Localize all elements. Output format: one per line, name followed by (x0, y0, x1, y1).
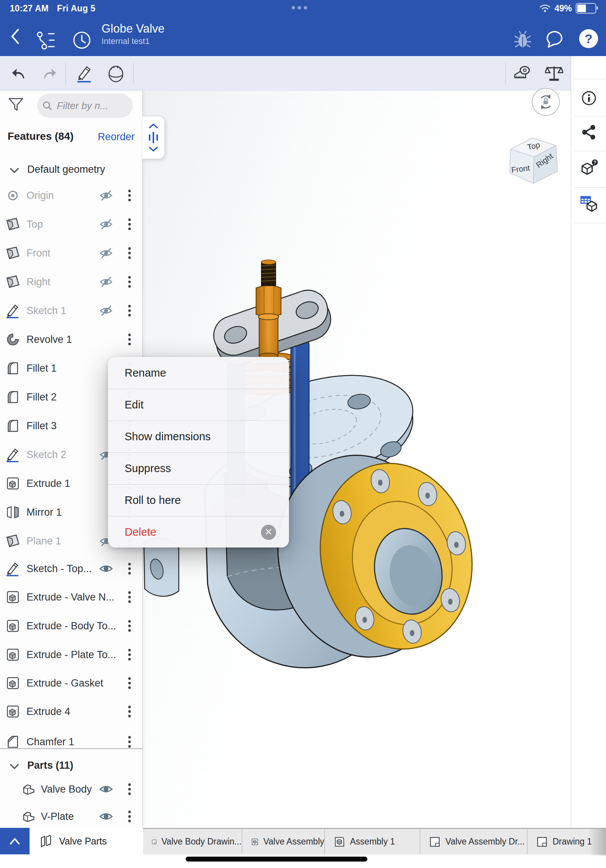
undo-button[interactable] (8, 63, 29, 83)
search-icon (42, 101, 52, 111)
visibility-toggle-hidden-icon[interactable] (98, 246, 115, 260)
reorder-button[interactable]: Reorder (98, 131, 135, 143)
feature-menu-kebab-icon[interactable] (123, 275, 136, 289)
comments-button[interactable] (544, 29, 565, 50)
revolve-sphere-icon (107, 63, 125, 83)
feature-menu-kebab-icon[interactable] (123, 332, 136, 347)
part-studio-icon (39, 834, 54, 848)
part-menu-kebab-icon[interactable] (123, 782, 136, 796)
redo-button[interactable] (39, 63, 60, 83)
feature-row-extrude4[interactable]: Extrude 4 (0, 697, 142, 726)
feature-label: Revolve 1 (27, 334, 72, 346)
battery-percent: 49% (554, 3, 572, 14)
menu-item-roll-to-here[interactable]: Roll to here (108, 484, 289, 516)
share-button[interactable] (580, 124, 598, 142)
feature-label: Mirror 1 (27, 507, 62, 518)
tab-valve-assembly-drawing[interactable]: Valve Assembly Dr... (420, 829, 528, 854)
feature-label: Fillet 1 (27, 363, 57, 374)
feature-label: Sketch 1 (27, 305, 66, 317)
feature-row-extrude-gasket[interactable]: Extrude - Gasket (0, 669, 142, 698)
menu-item-delete[interactable]: Delete✕ (108, 516, 289, 547)
versions-button[interactable] (35, 30, 56, 51)
menu-item-label: Rename (125, 367, 166, 379)
visibility-toggle-hidden-icon[interactable] (98, 188, 115, 203)
report-bug-button[interactable] (512, 29, 533, 50)
feature-row-extrude-body[interactable]: Extrude - Body To... (0, 612, 142, 640)
rollback-bars-icon (148, 131, 159, 144)
assembly-icon (333, 836, 345, 848)
feature-label: Chamfer 1 (27, 736, 74, 748)
feature-menu-kebab-icon[interactable] (123, 561, 136, 576)
document-toolbar (0, 56, 606, 91)
configuration-table-button[interactable] (579, 195, 598, 214)
feature-row-extrude-plate[interactable]: Extrude - Plate To... (0, 640, 142, 669)
tab-assembly-1[interactable]: Assembly 1 (325, 829, 420, 854)
filter-input[interactable] (56, 100, 126, 112)
home-indicator[interactable] (186, 857, 367, 862)
history-button[interactable] (71, 30, 92, 51)
measure-button[interactable] (511, 62, 533, 84)
interrogate-button[interactable]: ? (580, 159, 598, 178)
extrude-icon (5, 676, 20, 691)
menu-item-rename[interactable]: Rename (108, 357, 289, 389)
tab-label: Valve Parts (59, 836, 107, 847)
feature-filter-field[interactable] (37, 94, 133, 118)
feature-row-sketch-top[interactable]: Sketch - Top... (0, 554, 142, 583)
feature-row-right-plane[interactable]: Right (0, 267, 142, 296)
menu-item-edit[interactable]: Edit (108, 389, 289, 421)
chevron-up-icon (9, 837, 20, 845)
section-parts[interactable]: Parts (11) (0, 755, 142, 778)
feature-row-origin[interactable]: Origin (0, 181, 142, 210)
tab-valve-parts[interactable]: Valve Parts (30, 828, 142, 854)
tab-valve-body-drawing[interactable]: Valve Body Drawin... (143, 829, 242, 854)
feature-row-sketch1[interactable]: Sketch 1 (0, 296, 142, 325)
features-count-title: Features (84) (8, 130, 73, 142)
feature-label: Plane 1 (27, 535, 61, 547)
feature-menu-kebab-icon[interactable] (123, 647, 136, 662)
visibility-toggle-visible-icon[interactable] (98, 561, 115, 576)
sketch-tool-button[interactable] (73, 61, 95, 85)
revolve-tool-button[interactable] (105, 61, 127, 85)
part-row-valve-body[interactable]: Valve Body (0, 775, 142, 804)
feature-row-top-plane[interactable]: Top (0, 210, 142, 239)
feature-menu-kebab-icon[interactable] (123, 246, 136, 260)
rollback-bar-handle[interactable] (142, 116, 165, 159)
view-cube[interactable]: Top Front Right (499, 132, 564, 194)
feature-row-extrude-valve[interactable]: Extrude - Valve N... (0, 583, 142, 612)
svg-text:?: ? (593, 160, 596, 165)
visibility-toggle-visible-icon[interactable] (98, 782, 115, 796)
part-menu-kebab-icon[interactable] (123, 809, 136, 824)
parts-panel: Parts (11) Valve Body V-Plate (0, 748, 143, 829)
tabs-panel-toggle-button[interactable] (0, 828, 30, 854)
info-button[interactable] (580, 89, 598, 108)
feature-menu-kebab-icon[interactable] (123, 704, 136, 719)
feature-menu-kebab-icon[interactable] (123, 303, 136, 318)
view-tools-sidebar: ? (571, 56, 606, 828)
back-button[interactable] (7, 27, 23, 45)
visibility-toggle-hidden-icon[interactable] (98, 275, 115, 289)
feature-menu-kebab-icon[interactable] (123, 676, 136, 690)
feature-menu-kebab-icon[interactable] (123, 590, 136, 604)
feature-menu-kebab-icon[interactable] (123, 217, 136, 231)
feature-row-front-plane[interactable]: Front (0, 239, 142, 267)
versions-icon (36, 30, 55, 50)
feature-row-revolve1[interactable]: Revolve 1 (0, 325, 142, 354)
feature-menu-kebab-icon[interactable] (123, 619, 136, 633)
help-button[interactable]: ? (578, 28, 599, 49)
feature-label: Extrude - Gasket (27, 677, 103, 689)
tab-valve-assembly[interactable]: Valve Assembly (242, 829, 325, 854)
menu-item-suppress[interactable]: Suppress (108, 452, 289, 484)
feature-menu-kebab-icon[interactable] (123, 188, 136, 203)
rotation-lock-button[interactable] (532, 88, 560, 116)
visibility-toggle-hidden-icon[interactable] (98, 303, 115, 318)
part-label: V-Plate (41, 811, 74, 823)
visibility-toggle-visible-icon[interactable] (98, 809, 115, 824)
mass-properties-button[interactable] (543, 62, 565, 84)
part-row-v-plate[interactable]: V-Plate (0, 802, 142, 831)
filter-button[interactable] (8, 98, 23, 113)
feature-menu-kebab-icon[interactable] (123, 735, 136, 749)
visibility-toggle-hidden-icon[interactable] (98, 217, 115, 231)
redo-icon (43, 67, 56, 79)
section-default-geometry[interactable]: Default geometry (0, 158, 142, 181)
menu-item-show-dimensions[interactable]: Show dimensions (108, 421, 289, 452)
